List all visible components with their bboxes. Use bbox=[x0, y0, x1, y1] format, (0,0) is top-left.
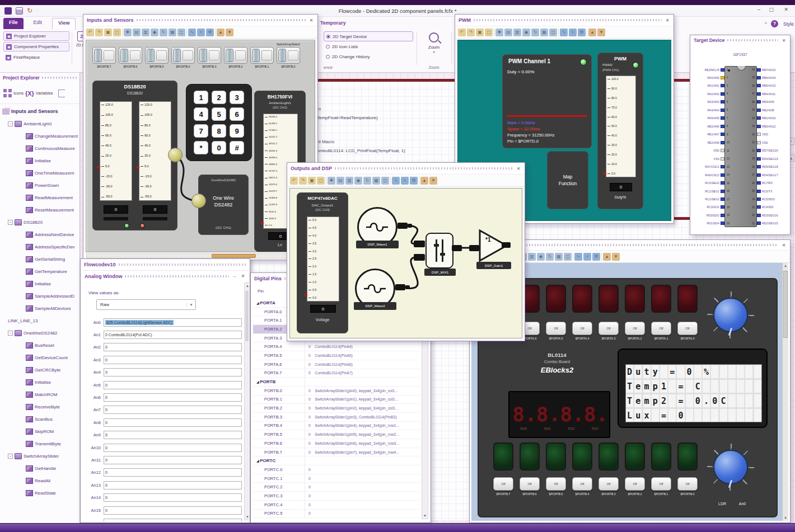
board-switch[interactable]: Off bbox=[572, 477, 592, 491]
toolbar-icon[interactable]: ▦ bbox=[372, 177, 380, 185]
board-switch[interactable]: Off bbox=[625, 477, 645, 491]
window-titlebar[interactable]: PWM ✕ bbox=[455, 15, 674, 26]
onewire-ds2482-component[interactable]: OneWireDS2482 One Wire DS2482 (I2C CH1) bbox=[198, 175, 249, 235]
board-switch[interactable]: Off bbox=[651, 477, 671, 491]
board-switch[interactable]: Off bbox=[625, 322, 645, 335]
ribbon-tab-temporary[interactable]: Temporary bbox=[320, 20, 346, 26]
close-icon[interactable]: ✕ bbox=[665, 18, 670, 23]
toolbar-icon[interactable]: ▲ bbox=[603, 253, 611, 261]
expander-icon[interactable] bbox=[8, 454, 13, 459]
toolbar-icon[interactable]: ≈ bbox=[569, 29, 577, 36]
toolbar-icon[interactable]: ▦ bbox=[540, 29, 548, 36]
keypad-key[interactable]: 3 bbox=[230, 91, 244, 104]
voltage-scale[interactable]: 5.04.54.03.53.02.52.01.51.00.50.0 bbox=[307, 216, 339, 302]
toolbar-icon[interactable]: ▲ bbox=[420, 177, 428, 185]
ldr-knob[interactable] bbox=[707, 444, 754, 491]
ribbon-radio-option[interactable]: 2D Target Device bbox=[324, 31, 413, 41]
map-function-component[interactable]: Map Function bbox=[547, 151, 588, 209]
toolbar-icon[interactable]: ≈ bbox=[401, 177, 409, 185]
toolbar-icon[interactable]: ⚙ bbox=[206, 29, 214, 36]
keypad-key[interactable]: 2 bbox=[212, 91, 226, 104]
analog-value-field[interactable]: 0 bbox=[104, 493, 242, 502]
toolbar-icon[interactable]: ▤ bbox=[133, 29, 141, 36]
tree-item[interactable]: AddressNextDevice bbox=[1, 228, 80, 241]
analog-value-field[interactable]: 0 bbox=[104, 519, 242, 521]
digital-row[interactable]: PORTA.7 0 ComboBL0114(PinA7) bbox=[253, 369, 420, 378]
pwm-channel-component[interactable]: PWM Channel 1 Duty = 0.00% Mark = 0.00ms… bbox=[502, 54, 592, 148]
analog-value-field[interactable]: 0 bbox=[104, 456, 242, 464]
dsp-connector[interactable] bbox=[414, 254, 425, 261]
tree-item[interactable]: ResetMeasurement bbox=[1, 204, 80, 216]
toolbar-icon[interactable]: ▥ bbox=[528, 253, 536, 261]
analog-value-field[interactable]: 0 ComboBL0114(Pot ADC) bbox=[104, 331, 242, 339]
toolbar-icon[interactable]: ↶ bbox=[290, 177, 298, 185]
dsp-connector[interactable] bbox=[502, 242, 511, 248]
toolbar-icon[interactable]: ▢ bbox=[113, 29, 121, 36]
dsp-connector[interactable] bbox=[395, 284, 405, 290]
digital-row[interactable]: PORTC.0 0 bbox=[253, 465, 420, 474]
toolbar-icon[interactable]: ▦ bbox=[169, 29, 176, 36]
toolbar-icon[interactable]: ↻ bbox=[531, 29, 539, 36]
analog-value-field[interactable]: 0 bbox=[104, 431, 242, 439]
ribbon-collapse-icon[interactable]: ^ bbox=[765, 21, 767, 27]
toolbar-icon[interactable]: ↷ bbox=[95, 29, 103, 36]
tree-item[interactable]: BusReset bbox=[1, 339, 80, 351]
toolbar-icon[interactable]: ▣ bbox=[308, 177, 316, 185]
toolbar-icon[interactable] bbox=[390, 177, 391, 185]
close-icon[interactable]: ✕ bbox=[781, 38, 787, 43]
analog-value-field[interactable]: 0 bbox=[104, 393, 242, 402]
toolbar-icon[interactable] bbox=[494, 29, 494, 36]
icons-grid-icon[interactable] bbox=[3, 89, 12, 97]
keypad-key[interactable]: 5 bbox=[212, 107, 226, 121]
keypad-key[interactable]: 9 bbox=[230, 124, 244, 138]
board-switch[interactable]: Off bbox=[677, 322, 698, 335]
digital-row[interactable]: PORTC.2 0 bbox=[253, 483, 420, 492]
toolbar-icon[interactable]: ∿ bbox=[188, 29, 196, 36]
toolbar-icon[interactable] bbox=[326, 177, 326, 185]
tree-item[interactable]: ReceiveByte bbox=[1, 401, 80, 413]
digital-row[interactable]: PORTC bbox=[253, 456, 420, 465]
window-titlebar[interactable]: Target Device ✕ bbox=[690, 35, 790, 45]
tree-item[interactable]: MatchROM bbox=[1, 388, 80, 401]
toolbar-icon[interactable]: ◉ bbox=[537, 253, 545, 261]
toolbar-icon[interactable]: ↷ bbox=[467, 29, 475, 36]
dsp-connector[interactable] bbox=[452, 245, 462, 251]
board-switch[interactable]: Off bbox=[677, 477, 698, 491]
toolbar-icon[interactable]: ↶ bbox=[86, 29, 94, 36]
window-titlebar[interactable]: Flowcodev10 bbox=[81, 259, 250, 270]
minimize-button[interactable]: – bbox=[757, 7, 760, 12]
toolbar-icon[interactable]: ▲ bbox=[588, 29, 596, 36]
tree-item[interactable]: SkipROM bbox=[1, 425, 80, 437]
toggle-switch[interactable] bbox=[119, 47, 142, 64]
tree-item[interactable]: ChangeMeasurement bbox=[1, 130, 80, 142]
scrollbar-thumb[interactable] bbox=[212, 254, 256, 258]
window-titlebar[interactable]: Inputs and Sensors ✕ bbox=[83, 15, 317, 26]
tree-item[interactable]: GetSerialString bbox=[1, 253, 80, 265]
tree-item[interactable]: OneTimeMeasurem bbox=[1, 167, 80, 179]
duty-scale[interactable]: 100.090.080.070.060.050.040.030.020.010.… bbox=[606, 76, 636, 177]
toolbar-icon[interactable]: ▦ bbox=[555, 253, 563, 261]
view-values-dropdown[interactable]: Raw ▾ bbox=[96, 299, 196, 310]
analog-value-field[interactable]: 0 bbox=[104, 406, 242, 414]
ds18b20-component[interactable]: DS18B20 DS18B20 125.0105.085.065.045.025… bbox=[92, 81, 177, 230]
keypad-key[interactable]: * bbox=[194, 141, 208, 154]
toggle-switch[interactable] bbox=[250, 47, 274, 64]
digital-row[interactable]: PORTC.3 0 bbox=[253, 492, 420, 501]
digital-row[interactable]: PORTC.5 0 bbox=[253, 510, 420, 519]
board-switch[interactable]: Off bbox=[546, 477, 566, 491]
toolbar-icon[interactable]: ↻ bbox=[160, 29, 167, 36]
toolbar-icon[interactable]: ✚ bbox=[495, 29, 503, 36]
analog-value-field[interactable]: 0 bbox=[104, 468, 242, 477]
toggle-switch[interactable] bbox=[145, 47, 169, 64]
board-switch[interactable]: Off bbox=[598, 477, 619, 491]
board-switch[interactable]: Off bbox=[546, 322, 566, 335]
keypad-key[interactable]: # bbox=[230, 141, 244, 154]
toggle-switch[interactable] bbox=[92, 47, 116, 64]
keypad-key[interactable]: 7 bbox=[194, 124, 208, 138]
tree-item[interactable]: ContinuousMeasure bbox=[1, 142, 80, 154]
toolbar-icon[interactable]: ▼ bbox=[429, 177, 437, 185]
toolbar-icon[interactable] bbox=[558, 29, 559, 36]
board-switch[interactable]: Off bbox=[572, 322, 592, 335]
tree-item[interactable]: LINK_LINE_13 bbox=[1, 314, 80, 327]
board-switch[interactable]: Off bbox=[598, 322, 619, 335]
